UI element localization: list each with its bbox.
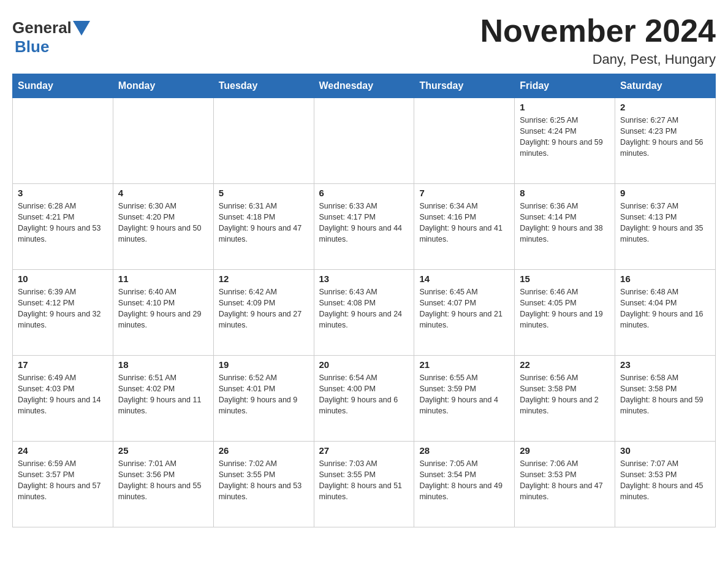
calendar-cell: 1Sunrise: 6:25 AM Sunset: 4:24 PM Daylig… (515, 98, 615, 184)
day-number: 5 (219, 188, 309, 198)
calendar-cell: 27Sunrise: 7:03 AM Sunset: 3:55 PM Dayli… (314, 442, 414, 527)
day-info: Sunrise: 6:43 AM Sunset: 4:08 PM Dayligh… (319, 286, 409, 331)
calendar-cell: 8Sunrise: 6:36 AM Sunset: 4:14 PM Daylig… (515, 184, 615, 270)
weekday-header-row: SundayMondayTuesdayWednesdayThursdayFrid… (13, 74, 716, 98)
day-info: Sunrise: 6:46 AM Sunset: 4:05 PM Dayligh… (520, 286, 610, 331)
day-info: Sunrise: 7:06 AM Sunset: 3:53 PM Dayligh… (520, 458, 610, 503)
calendar-cell: 12Sunrise: 6:42 AM Sunset: 4:09 PM Dayli… (213, 270, 314, 356)
calendar-cell: 18Sunrise: 6:51 AM Sunset: 4:02 PM Dayli… (113, 356, 213, 442)
day-number: 27 (319, 445, 409, 456)
calendar-cell: 9Sunrise: 6:37 AM Sunset: 4:13 PM Daylig… (615, 184, 716, 270)
calendar-cell: 6Sunrise: 6:33 AM Sunset: 4:17 PM Daylig… (314, 184, 414, 270)
title-section: November 2024 Dany, Pest, Hungary (480, 12, 716, 67)
day-info: Sunrise: 7:02 AM Sunset: 3:55 PM Dayligh… (219, 458, 309, 503)
day-info: Sunrise: 6:28 AM Sunset: 4:21 PM Dayligh… (18, 201, 108, 245)
day-info: Sunrise: 7:07 AM Sunset: 3:53 PM Dayligh… (620, 458, 710, 503)
calendar-cell (213, 98, 314, 184)
calendar-cell: 19Sunrise: 6:52 AM Sunset: 4:01 PM Dayli… (213, 356, 314, 442)
day-number: 23 (620, 359, 710, 370)
weekday-header-monday: Monday (113, 74, 213, 98)
day-number: 9 (620, 188, 710, 198)
day-number: 10 (18, 274, 108, 284)
logo-blue-text: Blue (15, 37, 49, 56)
day-info: Sunrise: 6:37 AM Sunset: 4:13 PM Dayligh… (620, 201, 710, 245)
logo: General Blue (12, 12, 91, 56)
weekday-header-tuesday: Tuesday (213, 74, 314, 98)
day-number: 22 (520, 359, 610, 370)
logo-triangle-icon (73, 21, 90, 36)
day-info: Sunrise: 7:01 AM Sunset: 3:56 PM Dayligh… (118, 458, 208, 503)
day-info: Sunrise: 6:49 AM Sunset: 4:03 PM Dayligh… (18, 372, 108, 417)
day-info: Sunrise: 6:45 AM Sunset: 4:07 PM Dayligh… (419, 286, 509, 331)
day-info: Sunrise: 6:54 AM Sunset: 4:00 PM Dayligh… (319, 372, 409, 417)
week-row-3: 10Sunrise: 6:39 AM Sunset: 4:12 PM Dayli… (13, 270, 716, 356)
calendar-cell (414, 98, 515, 184)
day-number: 28 (419, 445, 509, 456)
calendar-cell: 10Sunrise: 6:39 AM Sunset: 4:12 PM Dayli… (13, 270, 113, 356)
day-number: 15 (520, 274, 610, 284)
week-row-5: 24Sunrise: 6:59 AM Sunset: 3:57 PM Dayli… (13, 442, 716, 527)
calendar-cell: 17Sunrise: 6:49 AM Sunset: 4:03 PM Dayli… (13, 356, 113, 442)
calendar-cell: 26Sunrise: 7:02 AM Sunset: 3:55 PM Dayli… (213, 442, 314, 527)
page-header: General Blue November 2024 Dany, Pest, H… (12, 12, 716, 67)
day-number: 11 (118, 274, 208, 284)
day-info: Sunrise: 6:30 AM Sunset: 4:20 PM Dayligh… (118, 201, 208, 245)
calendar-cell: 22Sunrise: 6:56 AM Sunset: 3:58 PM Dayli… (515, 356, 615, 442)
day-number: 14 (419, 274, 509, 284)
day-info: Sunrise: 6:40 AM Sunset: 4:10 PM Dayligh… (118, 286, 208, 331)
day-number: 12 (219, 274, 309, 284)
day-number: 29 (520, 445, 610, 456)
calendar-cell: 28Sunrise: 7:05 AM Sunset: 3:54 PM Dayli… (414, 442, 515, 527)
day-number: 26 (219, 445, 309, 456)
day-info: Sunrise: 6:34 AM Sunset: 4:16 PM Dayligh… (419, 201, 509, 245)
day-info: Sunrise: 6:58 AM Sunset: 3:58 PM Dayligh… (620, 372, 710, 417)
calendar-cell: 2Sunrise: 6:27 AM Sunset: 4:23 PM Daylig… (615, 98, 716, 184)
day-number: 3 (18, 188, 108, 198)
day-number: 13 (319, 274, 409, 284)
calendar-cell (113, 98, 213, 184)
day-number: 2 (620, 102, 710, 112)
day-info: Sunrise: 7:05 AM Sunset: 3:54 PM Dayligh… (419, 458, 509, 503)
calendar-cell: 29Sunrise: 7:06 AM Sunset: 3:53 PM Dayli… (515, 442, 615, 527)
calendar-cell: 24Sunrise: 6:59 AM Sunset: 3:57 PM Dayli… (13, 442, 113, 527)
weekday-header-friday: Friday (515, 74, 615, 98)
calendar-title: November 2024 (480, 12, 716, 49)
week-row-1: 1Sunrise: 6:25 AM Sunset: 4:24 PM Daylig… (13, 98, 716, 184)
day-info: Sunrise: 6:48 AM Sunset: 4:04 PM Dayligh… (620, 286, 710, 331)
calendar-table: SundayMondayTuesdayWednesdayThursdayFrid… (12, 74, 716, 527)
calendar-cell (314, 98, 414, 184)
calendar-cell: 13Sunrise: 6:43 AM Sunset: 4:08 PM Dayli… (314, 270, 414, 356)
calendar-cell (13, 98, 113, 184)
day-number: 30 (620, 445, 710, 456)
day-info: Sunrise: 6:36 AM Sunset: 4:14 PM Dayligh… (520, 201, 610, 245)
calendar-cell: 30Sunrise: 7:07 AM Sunset: 3:53 PM Dayli… (615, 442, 716, 527)
day-info: Sunrise: 7:03 AM Sunset: 3:55 PM Dayligh… (319, 458, 409, 503)
weekday-header-saturday: Saturday (615, 74, 716, 98)
day-number: 25 (118, 445, 208, 456)
day-number: 19 (219, 359, 309, 370)
calendar-cell: 7Sunrise: 6:34 AM Sunset: 4:16 PM Daylig… (414, 184, 515, 270)
calendar-cell: 20Sunrise: 6:54 AM Sunset: 4:00 PM Dayli… (314, 356, 414, 442)
day-info: Sunrise: 6:55 AM Sunset: 3:59 PM Dayligh… (419, 372, 509, 417)
day-number: 4 (118, 188, 208, 198)
day-number: 18 (118, 359, 208, 370)
week-row-4: 17Sunrise: 6:49 AM Sunset: 4:03 PM Dayli… (13, 356, 716, 442)
week-row-2: 3Sunrise: 6:28 AM Sunset: 4:21 PM Daylig… (13, 184, 716, 270)
day-number: 8 (520, 188, 610, 198)
calendar-cell: 11Sunrise: 6:40 AM Sunset: 4:10 PM Dayli… (113, 270, 213, 356)
day-number: 21 (419, 359, 509, 370)
day-number: 6 (319, 188, 409, 198)
calendar-cell: 3Sunrise: 6:28 AM Sunset: 4:21 PM Daylig… (13, 184, 113, 270)
weekday-header-thursday: Thursday (414, 74, 515, 98)
calendar-cell: 5Sunrise: 6:31 AM Sunset: 4:18 PM Daylig… (213, 184, 314, 270)
day-info: Sunrise: 6:59 AM Sunset: 3:57 PM Dayligh… (18, 458, 108, 503)
day-info: Sunrise: 6:42 AM Sunset: 4:09 PM Dayligh… (219, 286, 309, 331)
day-info: Sunrise: 6:52 AM Sunset: 4:01 PM Dayligh… (219, 372, 309, 417)
calendar-cell: 14Sunrise: 6:45 AM Sunset: 4:07 PM Dayli… (414, 270, 515, 356)
calendar-cell: 4Sunrise: 6:30 AM Sunset: 4:20 PM Daylig… (113, 184, 213, 270)
day-info: Sunrise: 6:27 AM Sunset: 4:23 PM Dayligh… (620, 115, 710, 159)
day-number: 1 (520, 102, 610, 112)
day-info: Sunrise: 6:25 AM Sunset: 4:24 PM Dayligh… (520, 115, 610, 159)
day-info: Sunrise: 6:31 AM Sunset: 4:18 PM Dayligh… (219, 201, 309, 245)
weekday-header-sunday: Sunday (13, 74, 113, 98)
